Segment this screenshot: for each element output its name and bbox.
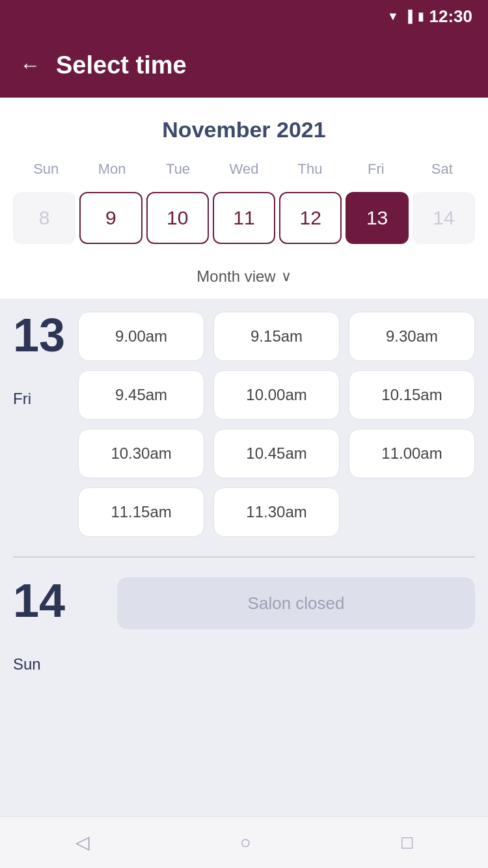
battery-icon: ▮ [418, 9, 424, 23]
chevron-down-icon: ∨ [281, 268, 291, 285]
app-header: ← Select time [0, 33, 488, 98]
weekday-tue: Tue [145, 156, 211, 183]
day-14-name: Sun [13, 655, 65, 673]
nav-back-icon[interactable]: ◁ [75, 832, 90, 853]
slot-9-15am[interactable]: 9.15am [213, 312, 340, 361]
nav-home-icon[interactable]: ○ [240, 832, 251, 853]
month-view-row[interactable]: Month view ∨ [13, 257, 475, 299]
weekday-mon: Mon [79, 156, 144, 183]
slot-11-30am[interactable]: 11.30am [213, 487, 340, 537]
day-cell-9[interactable]: 9 [79, 192, 142, 244]
day-cell-11[interactable]: 11 [213, 192, 275, 244]
day-13-block: 13 Fri 9.00am 9.15am 9.30am 9.45am 10.00… [13, 312, 475, 537]
slot-10-00am[interactable]: 10.00am [213, 370, 340, 420]
status-bar: ▼ ▐ ▮ 12:30 [0, 0, 488, 33]
day-cell-13[interactable]: 13 [346, 192, 408, 244]
status-time: 12:30 [429, 7, 473, 27]
day-14-block: 14 Sun Salon closed [13, 577, 475, 673]
weekday-sat: Sat [409, 156, 475, 183]
day-13-header: 13 Fri 9.00am 9.15am 9.30am 9.45am 10.00… [13, 312, 475, 537]
nav-bar: ◁ ○ □ [0, 816, 488, 868]
day-13-number: 13 [13, 312, 65, 359]
weekday-thu: Thu [277, 156, 343, 183]
weekday-wed: Wed [211, 156, 277, 183]
back-button[interactable]: ← [20, 53, 40, 77]
slot-10-30am[interactable]: 10.30am [78, 429, 204, 478]
day-13-slots-grid: 9.00am 9.15am 9.30am 9.45am 10.00am 10.1… [78, 312, 475, 537]
month-view-label: Month view [197, 267, 275, 286]
slot-10-45am[interactable]: 10.45am [213, 429, 340, 478]
weekday-fri: Fri [343, 156, 409, 183]
status-icons: ▼ ▐ ▮ 12:30 [387, 7, 472, 27]
day-divider [13, 556, 475, 558]
nav-recent-icon[interactable]: □ [401, 832, 413, 853]
day-cell-12[interactable]: 12 [279, 192, 342, 244]
day-14-number: 14 [13, 577, 65, 624]
days-row: 8 9 10 11 12 13 14 [13, 189, 475, 257]
page-title: Select time [56, 51, 187, 79]
slot-10-15am[interactable]: 10.15am [349, 370, 475, 420]
month-title: November 2021 [13, 117, 475, 142]
salon-closed-label: Salon closed [117, 577, 475, 629]
slot-9-45am[interactable]: 9.45am [78, 370, 204, 420]
slot-11-00am[interactable]: 11.00am [349, 429, 475, 478]
timeslots-section: 13 Fri 9.00am 9.15am 9.30am 9.45am 10.00… [0, 299, 488, 816]
day-cell-14[interactable]: 14 [413, 192, 475, 244]
slot-9-30am[interactable]: 9.30am [349, 312, 475, 361]
calendar-section: November 2021 Sun Mon Tue Wed Thu Fri Sa… [0, 98, 488, 299]
day-cell-8[interactable]: 8 [13, 192, 75, 244]
weekday-row: Sun Mon Tue Wed Thu Fri Sat [13, 156, 475, 183]
day-cell-10[interactable]: 10 [146, 192, 209, 244]
day-14-header: 14 Sun Salon closed [13, 577, 475, 673]
day-13-name: Fri [13, 390, 65, 408]
weekday-sun: Sun [13, 156, 79, 183]
wifi-icon: ▼ [387, 10, 399, 23]
signal-icon: ▐ [404, 10, 413, 23]
slot-9-00am[interactable]: 9.00am [78, 312, 204, 361]
slot-11-15am[interactable]: 11.15am [78, 487, 204, 537]
